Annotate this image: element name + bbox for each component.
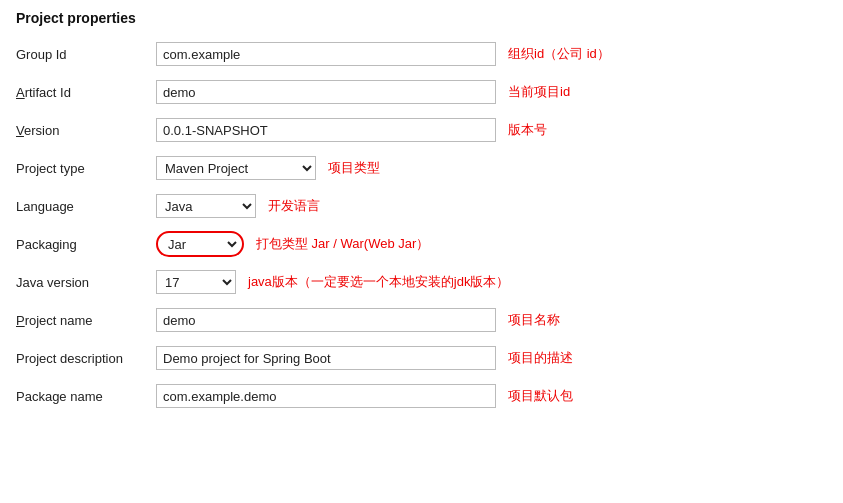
project-name-label: Project name	[16, 313, 156, 328]
project-type-row: Project type Maven Project Gradle Projec…	[16, 154, 827, 182]
language-annotation: 开发语言	[268, 197, 320, 215]
group-id-input[interactable]	[156, 42, 496, 66]
artifact-id-row: Artifact Id 当前项目id	[16, 78, 827, 106]
language-select[interactable]: Java Kotlin Groovy	[156, 194, 256, 218]
packaging-select[interactable]: Jar War	[160, 233, 240, 255]
version-row: Version 版本号	[16, 116, 827, 144]
group-id-label: Group Id	[16, 47, 156, 62]
version-label: Version	[16, 123, 156, 138]
version-input[interactable]	[156, 118, 496, 142]
packaging-circle: Jar War	[156, 231, 244, 257]
project-description-annotation: 项目的描述	[508, 349, 573, 367]
language-row: Language Java Kotlin Groovy 开发语言	[16, 192, 827, 220]
project-type-label: Project type	[16, 161, 156, 176]
project-description-label: Project description	[16, 351, 156, 366]
package-name-input[interactable]	[156, 384, 496, 408]
group-id-annotation: 组织id（公司 id）	[508, 45, 610, 63]
java-version-row: Java version 8 11 17 21 java版本（一定要选一个本地安…	[16, 268, 827, 296]
project-name-row: Project name 项目名称	[16, 306, 827, 334]
package-name-label: Package name	[16, 389, 156, 404]
artifact-id-input[interactable]	[156, 80, 496, 104]
packaging-row: Packaging Jar War 打包类型 Jar / War(Web Jar…	[16, 230, 827, 258]
packaging-annotation: 打包类型 Jar / War(Web Jar）	[256, 235, 429, 253]
package-name-annotation: 项目默认包	[508, 387, 573, 405]
project-name-annotation: 项目名称	[508, 311, 560, 329]
artifact-id-annotation: 当前项目id	[508, 83, 570, 101]
project-description-input[interactable]	[156, 346, 496, 370]
java-version-select[interactable]: 8 11 17 21	[156, 270, 236, 294]
artifact-id-label: Artifact Id	[16, 85, 156, 100]
section-title: Project properties	[16, 10, 827, 26]
java-version-annotation: java版本（一定要选一个本地安装的jdk版本）	[248, 273, 509, 291]
project-description-row: Project description 项目的描述	[16, 344, 827, 372]
language-label: Language	[16, 199, 156, 214]
packaging-label: Packaging	[16, 237, 156, 252]
version-annotation: 版本号	[508, 121, 547, 139]
group-id-row: Group Id 组织id（公司 id）	[16, 40, 827, 68]
project-name-input[interactable]	[156, 308, 496, 332]
java-version-label: Java version	[16, 275, 156, 290]
project-type-select[interactable]: Maven Project Gradle Project	[156, 156, 316, 180]
project-type-annotation: 项目类型	[328, 159, 380, 177]
package-name-row: Package name 项目默认包	[16, 382, 827, 410]
